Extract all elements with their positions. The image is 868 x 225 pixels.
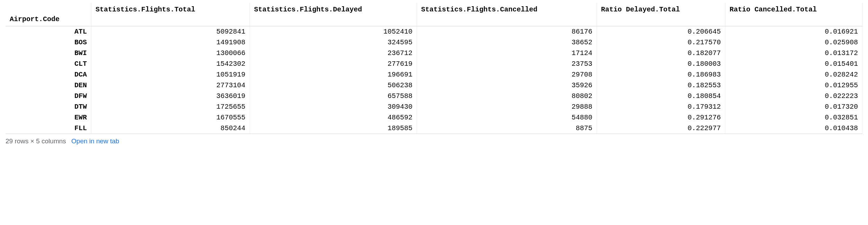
table-row: FLL 850244 189585 8875 0.222977 0.010438 — [6, 123, 862, 134]
shape-text: 29 rows × 5 columns — [6, 137, 66, 145]
cell: 0.010438 — [725, 123, 862, 134]
cell: 0.182553 — [597, 80, 725, 91]
row-index: BWI — [6, 48, 91, 58]
cell: 0.180003 — [597, 58, 725, 69]
cell: 0.182077 — [597, 48, 725, 58]
column-header: Statistics.Flights.Cancelled — [417, 3, 597, 26]
cell: 0.186983 — [597, 69, 725, 80]
cell: 1051919 — [91, 69, 250, 80]
dataframe-table: Airport.Code Statistics.Flights.Total St… — [6, 3, 862, 134]
cell: 29888 — [417, 101, 597, 112]
row-index: ATL — [6, 26, 91, 37]
cell: 5092841 — [91, 26, 250, 37]
cell: 1542302 — [91, 58, 250, 69]
cell: 8875 — [417, 123, 597, 134]
row-index: DCA — [6, 69, 91, 80]
column-header: Ratio Cancelled.Total — [725, 3, 862, 26]
cell: 850244 — [91, 123, 250, 134]
cell: 0.017320 — [725, 101, 862, 112]
cell: 0.012955 — [725, 80, 862, 91]
cell: 0.022223 — [725, 91, 862, 101]
index-header: Airport.Code — [6, 3, 91, 26]
cell: 35926 — [417, 80, 597, 91]
cell: 0.217570 — [597, 37, 725, 48]
cell: 2773104 — [91, 80, 250, 91]
row-index: DFW — [6, 91, 91, 101]
cell: 0.015401 — [725, 58, 862, 69]
cell: 1052410 — [250, 26, 417, 37]
cell: 1670555 — [91, 112, 250, 123]
header-row: Airport.Code Statistics.Flights.Total St… — [6, 3, 862, 26]
cell: 29708 — [417, 69, 597, 80]
table-row: DEN 2773104 506238 35926 0.182553 0.0129… — [6, 80, 862, 91]
cell: 1300066 — [91, 48, 250, 58]
table-row: CLT 1542302 277619 23753 0.180003 0.0154… — [6, 58, 862, 69]
cell: 1725655 — [91, 101, 250, 112]
cell: 38652 — [417, 37, 597, 48]
cell: 17124 — [417, 48, 597, 58]
cell: 657588 — [250, 91, 417, 101]
cell: 506238 — [250, 80, 417, 91]
row-index: BOS — [6, 37, 91, 48]
table-row: BOS 1491908 324595 38652 0.217570 0.0259… — [6, 37, 862, 48]
table-row: EWR 1670555 486592 54880 0.291276 0.0328… — [6, 112, 862, 123]
table-row: BWI 1300066 236712 17124 0.182077 0.0131… — [6, 48, 862, 58]
cell: 196691 — [250, 69, 417, 80]
column-header: Ratio Delayed.Total — [597, 3, 725, 26]
cell: 0.180854 — [597, 91, 725, 101]
cell: 236712 — [250, 48, 417, 58]
table-row: DCA 1051919 196691 29708 0.186983 0.0282… — [6, 69, 862, 80]
cell: 0.016921 — [725, 26, 862, 37]
cell: 1491908 — [91, 37, 250, 48]
column-header: Statistics.Flights.Delayed — [250, 3, 417, 26]
cell: 86176 — [417, 26, 597, 37]
cell: 277619 — [250, 58, 417, 69]
row-index: DEN — [6, 80, 91, 91]
cell: 23753 — [417, 58, 597, 69]
row-index: FLL — [6, 123, 91, 134]
row-index: DTW — [6, 101, 91, 112]
table-row: ATL 5092841 1052410 86176 0.206645 0.016… — [6, 26, 862, 37]
open-new-tab-link[interactable]: Open in new tab — [71, 137, 119, 145]
cell: 54880 — [417, 112, 597, 123]
cell: 80802 — [417, 91, 597, 101]
cell: 486592 — [250, 112, 417, 123]
table-footer: 29 rows × 5 columns Open in new tab — [6, 137, 862, 145]
table-body: ATL 5092841 1052410 86176 0.206645 0.016… — [6, 26, 862, 134]
cell: 0.013172 — [725, 48, 862, 58]
cell: 0.291276 — [597, 112, 725, 123]
cell: 309430 — [250, 101, 417, 112]
cell: 0.206645 — [597, 26, 725, 37]
column-header: Statistics.Flights.Total — [91, 3, 250, 26]
cell: 324595 — [250, 37, 417, 48]
cell: 3636019 — [91, 91, 250, 101]
row-index: EWR — [6, 112, 91, 123]
table-row: DTW 1725655 309430 29888 0.179312 0.0173… — [6, 101, 862, 112]
cell: 0.028242 — [725, 69, 862, 80]
cell: 0.222977 — [597, 123, 725, 134]
row-index: CLT — [6, 58, 91, 69]
cell: 189585 — [250, 123, 417, 134]
cell: 0.025908 — [725, 37, 862, 48]
table-row: DFW 3636019 657588 80802 0.180854 0.0222… — [6, 91, 862, 101]
cell: 0.032851 — [725, 112, 862, 123]
cell: 0.179312 — [597, 101, 725, 112]
